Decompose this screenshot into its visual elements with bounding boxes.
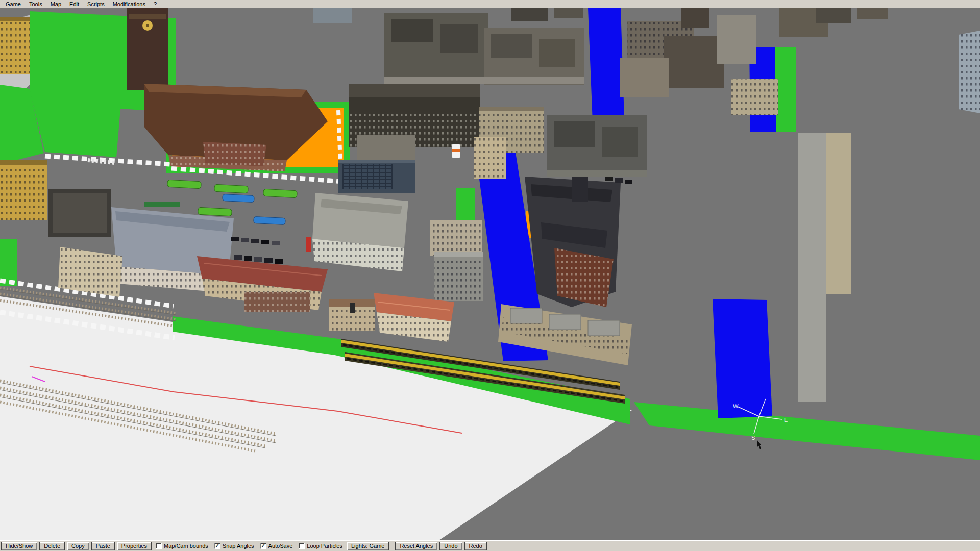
snap-angles-checkbox[interactable]: ✓ Snap Angles: [212, 543, 256, 549]
building-gray-large-right[interactable]: [547, 115, 647, 177]
loop-particles-checkbox[interactable]: Loop Particles: [297, 543, 345, 549]
menu-help[interactable]: ?: [150, 1, 161, 8]
beige-strip-right: [826, 133, 851, 294]
compass-south-label: S: [751, 435, 755, 441]
building-yellow-topleft[interactable]: [0, 17, 30, 74]
bottom-toolbar: Hide/Show Delete Copy Paste Properties M…: [0, 540, 980, 551]
menu-bar: Game Tools Map Edit Scripts Modification…: [0, 0, 980, 8]
building-yellow-left[interactable]: [0, 160, 47, 220]
ambulance[interactable]: [452, 144, 460, 158]
building-tan-tower[interactable]: [474, 137, 506, 179]
autosave-checkbox[interactable]: ✓ AutoSave: [258, 543, 295, 549]
checkbox-box[interactable]: [156, 543, 162, 549]
hide-show-button[interactable]: Hide/Show: [1, 542, 37, 550]
building-gray-center[interactable]: [434, 252, 483, 301]
checkbox-box[interactable]: ✓: [214, 543, 220, 549]
compass-east-label: E: [784, 417, 788, 423]
menu-map[interactable]: Map: [47, 1, 66, 8]
menu-scripts[interactable]: Scripts: [84, 1, 109, 8]
menu-game[interactable]: Game: [2, 1, 26, 8]
undo-button[interactable]: Undo: [439, 542, 462, 550]
checkbox-label: Snap Angles: [223, 543, 254, 549]
building-dark-small[interactable]: [48, 189, 111, 237]
map-cam-bounds-checkbox[interactable]: Map/Cam bounds: [154, 543, 210, 549]
checkbox-box[interactable]: [299, 543, 305, 549]
compass-west-label: W: [733, 403, 739, 409]
delete-button[interactable]: Delete: [39, 542, 65, 550]
menu-tools[interactable]: Tools: [26, 1, 47, 8]
statue[interactable]: [350, 303, 355, 313]
menu-modifications[interactable]: Modifications: [109, 1, 150, 8]
editor-viewport[interactable]: W E S: [0, 8, 980, 540]
lights-game-button[interactable]: Lights: Game: [347, 542, 389, 550]
checkbox-label: AutoSave: [268, 543, 293, 549]
building-above-solar[interactable]: [357, 135, 415, 160]
reset-angles-button[interactable]: Reset Angles: [395, 542, 437, 550]
building-solar-roof[interactable]: [338, 160, 415, 193]
building-beige-center[interactable]: [430, 220, 482, 256]
sidewalk-strip-right: [798, 133, 826, 402]
paste-button[interactable]: Paste: [91, 542, 115, 550]
dark-church-complex[interactable]: [525, 177, 621, 307]
glass-building-right-edge[interactable]: [959, 31, 980, 113]
scene-3d-viewport[interactable]: W E S: [0, 8, 980, 540]
menu-edit[interactable]: Edit: [66, 1, 84, 8]
checkbox-label: Map/Cam bounds: [164, 543, 208, 549]
checkbox-box[interactable]: ✓: [260, 543, 266, 549]
copy-button[interactable]: Copy: [67, 542, 89, 550]
checkbox-label: Loop Particles: [307, 543, 342, 549]
properties-button[interactable]: Properties: [117, 542, 152, 550]
redo-button[interactable]: Redo: [464, 542, 487, 550]
building-center-offices[interactable]: [306, 193, 408, 271]
